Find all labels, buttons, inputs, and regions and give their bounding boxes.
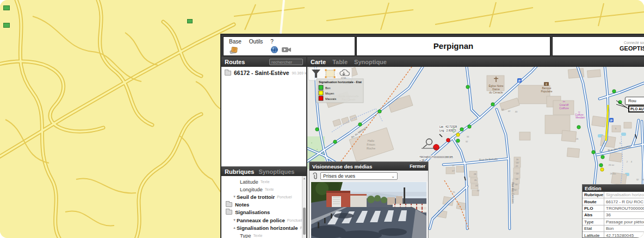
- plo-flag-label: PLO AUT: [628, 105, 644, 112]
- scrollbar-thumb[interactable]: [303, 208, 306, 235]
- rubrique-item-longitude[interactable]: Longitude Texte: [221, 185, 306, 193]
- map-marker-green: [187, 19, 193, 23]
- marker-bon[interactable]: [315, 128, 319, 131]
- marker-bon[interactable]: [460, 128, 463, 131]
- marker-bon[interactable]: [456, 139, 460, 142]
- marker-bon[interactable]: [466, 85, 469, 89]
- globe-icon[interactable]: [270, 46, 278, 54]
- marker-bon[interactable]: [601, 155, 604, 159]
- house-number: 19: [452, 164, 455, 167]
- house-number: 32: [466, 140, 468, 143]
- map-label: Frison: [367, 143, 375, 146]
- house-number: 34: [467, 135, 469, 138]
- menu-base[interactable]: Base: [229, 39, 242, 45]
- marker-mauvais[interactable]: [447, 139, 450, 142]
- rubrique-item-seuil-de-trottoir[interactable]: ▾ Seuil de trottoir Ponctuel: [221, 193, 306, 201]
- house-number: 15: [453, 191, 455, 193]
- select-area-tool-icon[interactable]: [325, 70, 336, 78]
- media-viewer-titlebar[interactable]: Visionneuse des médias Fermer: [309, 162, 428, 171]
- svg-text:Lat : 42.71528: Lat : 42.71528: [439, 125, 457, 128]
- marker-bon[interactable]: [468, 125, 471, 128]
- legend-swatch-bon: [319, 85, 323, 90]
- edition-row-plo: PLOTRONROUT00000000: [583, 205, 644, 212]
- collapse-arrow-icon[interactable]: ▾: [232, 218, 237, 222]
- connected-user: GEOPTIS_: [620, 45, 644, 52]
- house-number: 26: [474, 179, 477, 181]
- edition-panel: Edition RubriqueSignalisation horizontal…: [582, 184, 644, 238]
- svg-text:Moyen: Moyen: [325, 92, 334, 95]
- house-number: 40: [515, 110, 518, 113]
- close-button[interactable]: Fermer: [410, 164, 425, 169]
- marker-bon[interactable]: [333, 140, 337, 143]
- rubriques-tree: Latitude Texte Longitude Texte ▾ Seuil d…: [221, 176, 306, 238]
- main-region: Carte Table Synoptique: [307, 57, 644, 238]
- rubrique-folder-signalisations[interactable]: Signalisations: [221, 209, 306, 216]
- tab-rubriques[interactable]: Rubriques: [225, 168, 254, 175]
- expand-arrow-icon[interactable]: ▴: [232, 226, 237, 230]
- folder-icon: [226, 202, 232, 207]
- paperclip-icon: [312, 172, 318, 180]
- scroll-up-icon[interactable]: ▲: [303, 177, 306, 180]
- connected-label: Connecté sous: [624, 41, 644, 45]
- street-photo[interactable]: [311, 182, 426, 238]
- marker-bon[interactable]: [612, 90, 616, 93]
- routes-search-input[interactable]: [269, 59, 303, 65]
- svg-text:TRONROUT00000000388385: TRONROUT00000000388385: [419, 156, 453, 159]
- connection-panel: Connecté sous GEOPTIS_: [552, 36, 644, 56]
- sidebar: Routes 66172 - Saint-Estève 90.369 km Ru…: [221, 57, 307, 238]
- marker-moyen[interactable]: [600, 168, 604, 171]
- marker-bon[interactable]: [378, 110, 381, 113]
- house-number: 22: [477, 189, 480, 192]
- routes-title: Routes: [225, 59, 245, 65]
- house-number: 20: [516, 172, 519, 175]
- house-number: 44: [501, 108, 504, 111]
- menu-help[interactable]: ?: [270, 39, 274, 45]
- map-tooltip: Lat : 42.71528 Lng : 2.83973: [439, 125, 457, 132]
- rubrique-item-latitude[interactable]: Latitude Texte: [221, 178, 306, 185]
- rubrique-folder-notes[interactable]: Notes: [221, 201, 306, 209]
- rubrique-item-type[interactable]: Type Texte: [221, 231, 306, 238]
- map-label: Coiffure: [559, 107, 569, 110]
- map-canvas[interactable]: € ✂ ✂ Église NotreDamedu CénacleBanquePo…: [307, 67, 644, 238]
- menu-outils[interactable]: Outils: [249, 39, 263, 45]
- rubrique-item-panneaux-de-police[interactable]: ▾ Panneaux de police Ponctuel: [221, 216, 306, 224]
- tab-synoptiques[interactable]: Synoptiques: [258, 168, 294, 175]
- marker-bon[interactable]: [577, 126, 580, 129]
- tab-carte[interactable]: Carte: [311, 59, 326, 65]
- tab-synoptique[interactable]: Synoptique: [354, 59, 387, 65]
- marker-moyen[interactable]: [456, 133, 460, 136]
- legend-swatch-mauvais: [319, 96, 323, 101]
- media-viewer-title: Visionneuse des médias: [312, 164, 372, 170]
- route-name: 66172 - Saint-Estève: [234, 70, 289, 76]
- edition-row-latitude: Latitude42.715280045: [583, 232, 644, 238]
- map-label: Populaire: [541, 90, 552, 93]
- media-type-select[interactable]: Prises de vues ⌄: [320, 172, 398, 180]
- house-number: 32: [636, 178, 639, 181]
- svg-text:Signalisation horizontale - Et: Signalisation horizontale - Etat: [319, 80, 362, 84]
- house-number: 17: [452, 170, 455, 172]
- media-viewer-window: Visionneuse des médias Fermer Prises de …: [309, 161, 429, 238]
- marker-bon[interactable]: [592, 151, 595, 154]
- marker-mauvais-selected[interactable]: [434, 145, 439, 151]
- edition-row-rubrique: RubriqueSignalisation horizontale: [583, 192, 644, 198]
- house-number: 28: [474, 173, 476, 176]
- marker-bon[interactable]: [599, 164, 603, 167]
- map-toolbar: HTML: [308, 67, 352, 80]
- house-number: 42: [508, 110, 511, 112]
- route-tree-item[interactable]: 66172 - Saint-Estève 90.369 km: [225, 70, 303, 76]
- collapse-arrow-icon[interactable]: ▾: [232, 195, 237, 199]
- scrollbar[interactable]: ▲: [302, 176, 306, 238]
- rubrique-item-signalisation-horizontale[interactable]: ▴ Signalisation horizontale Ponctuel: [221, 224, 306, 231]
- parking-icon-letter: P: [518, 79, 521, 83]
- svg-text:Mauvais: Mauvais: [325, 97, 336, 101]
- video-camera-icon[interactable]: [281, 46, 292, 54]
- marker-bon[interactable]: [491, 103, 494, 106]
- tab-table[interactable]: Table: [332, 59, 348, 65]
- menu-toolbar-panel: Base Outils ?: [223, 36, 355, 56]
- marker-bon[interactable]: [358, 123, 362, 126]
- route-overlay-button[interactable]: Rou: [625, 97, 644, 105]
- house-number: 16: [515, 183, 518, 186]
- layers-tool-icon[interactable]: [229, 46, 239, 55]
- city-title-panel: Perpignan: [356, 36, 550, 56]
- house-number: 24: [516, 161, 519, 164]
